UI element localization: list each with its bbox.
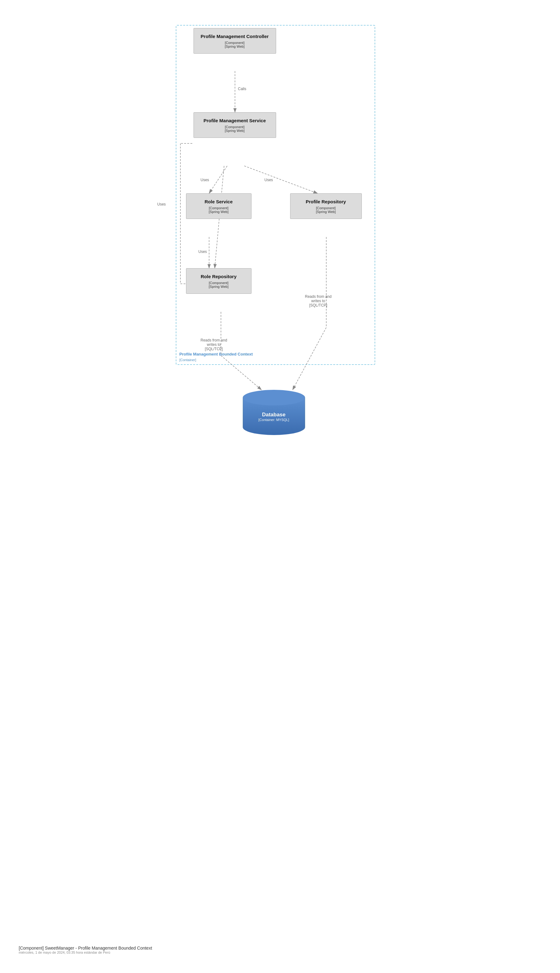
- controller-title: Profile Management Controller: [198, 33, 272, 40]
- calls-label: Calls: [238, 87, 247, 91]
- profile-repository-title: Profile Repository: [294, 199, 358, 205]
- bounded-context-sublabel: [Container]: [180, 358, 196, 362]
- service-box: Profile Management Service [Component] […: [193, 112, 276, 138]
- profile-repository-stereotype: [Component]: [294, 206, 358, 210]
- role-repository-stereotype: [Component]: [190, 281, 247, 285]
- role-repository-tech: [Spring Web]: [190, 285, 247, 288]
- service-stereotype: [Component]: [198, 125, 272, 129]
- controller-box: Profile Management Controller [Component…: [193, 28, 276, 53]
- database-container: Database [Container: MYSQL]: [243, 390, 305, 440]
- uses-label-left: Uses: [201, 178, 209, 182]
- footer-subtitle: miércoles, 1 de mayo de 2024, 03:35 hora…: [19, 951, 152, 954]
- footer: [Component] SweetManager - Profile Manag…: [19, 946, 152, 954]
- reads-writes-label-2: Reads from and writes to [SQL/TCP]: [305, 290, 332, 308]
- service-title: Profile Management Service: [198, 117, 272, 124]
- uses-label-far-left: Uses: [157, 202, 166, 206]
- role-repository-box: Role Repository [Component] [Spring Web]: [186, 268, 252, 294]
- controller-stereotype: [Component]: [198, 41, 272, 45]
- role-service-stereotype: [Component]: [190, 206, 247, 210]
- service-tech: [Spring Web]: [198, 129, 272, 132]
- database-stereotype: [Container: MYSQL]: [243, 418, 305, 421]
- footer-title: [Component] SweetManager - Profile Manag…: [19, 946, 152, 951]
- reads-writes-label-1: Reads from and writes to [SQL/TCP]: [201, 334, 227, 351]
- uses-label-right: Uses: [265, 178, 273, 182]
- role-service-title: Role Service: [190, 199, 247, 205]
- profile-repository-tech: [Spring Web]: [294, 210, 358, 214]
- role-service-box: Role Service [Component] [Spring Web]: [186, 193, 252, 219]
- role-repository-title: Role Repository: [190, 274, 247, 280]
- bounded-context-label: Profile Management Bounded Context: [180, 352, 253, 356]
- profile-repository-box: Profile Repository [Component] [Spring W…: [290, 193, 362, 219]
- database-title: Database: [243, 412, 305, 418]
- role-service-tech: [Spring Web]: [190, 210, 247, 214]
- controller-tech: [Spring Web]: [198, 45, 272, 48]
- uses-label-role-repo: Uses: [198, 249, 207, 254]
